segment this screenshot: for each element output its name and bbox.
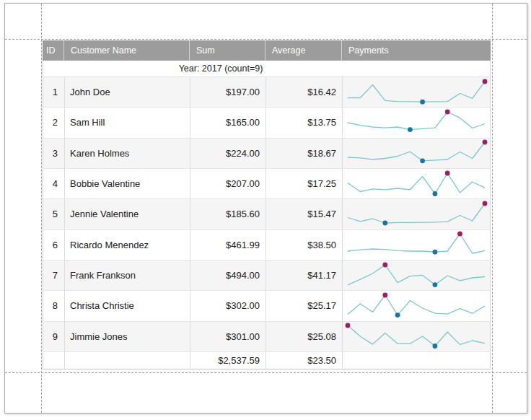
row-id: 3: [43, 139, 65, 168]
min-payment-dot: [382, 221, 387, 226]
row-id: 1: [43, 77, 65, 107]
row-payments-cell: [343, 322, 490, 351]
table-row: 6 Ricardo Menendez $461.99 $38.50: [43, 230, 491, 261]
table-row: 9 Jimmie Jones $301.00 $25.08: [43, 322, 491, 352]
payments-sparkline: [344, 139, 488, 167]
row-average: $13.75: [266, 108, 343, 137]
row-id: 9: [43, 322, 65, 351]
row-average: $41.17: [266, 261, 343, 290]
max-payment-dot: [483, 79, 488, 84]
row-payments-cell: [343, 199, 490, 229]
min-payment-dot: [420, 159, 425, 164]
min-payment-dot: [395, 312, 400, 318]
max-payment-dot: [445, 110, 450, 115]
max-payment-dot: [382, 293, 387, 298]
max-payment-dot: [483, 201, 488, 206]
max-payment-dot: [382, 262, 387, 267]
row-payments-cell: [343, 169, 490, 198]
table-row: 4 Bobbie Valentine $207.00 $17.25: [43, 169, 491, 199]
row-average: $25.08: [266, 322, 343, 351]
table-row: 1 John Doe $197.00 $16.42: [43, 77, 491, 108]
payments-sparkline: [344, 78, 488, 107]
min-payment-dot: [433, 191, 438, 196]
table-header-row: ID Customer Name Sum Average Payments: [43, 40, 491, 61]
sparkline-path: [348, 112, 485, 130]
row-name: Ricardo Menendez: [65, 230, 190, 260]
column-header-customer: Customer Name: [64, 40, 190, 61]
column-header-payments: Payments: [342, 40, 491, 61]
row-name: Jimmie Jones: [65, 322, 190, 351]
row-payments-cell: [343, 108, 490, 137]
column-header-id: ID: [43, 40, 64, 61]
row-sum: $461.99: [190, 230, 266, 260]
sparkline-path: [348, 82, 485, 102]
sparkline-path: [348, 204, 485, 223]
margin-line-right: [492, 4, 493, 413]
max-payment-dot: [483, 140, 488, 145]
row-name: Christa Christie: [65, 291, 190, 320]
table-row: 2 Sam Hill $165.00 $13.75: [43, 108, 491, 138]
sparkline-path: [348, 295, 485, 315]
row-sum: $224.00: [190, 139, 266, 168]
max-payment-dot: [445, 170, 450, 175]
sparkline-path: [348, 142, 485, 161]
row-average: $18.67: [266, 139, 343, 168]
payments-sparkline: [344, 261, 488, 290]
table-row: 5 Jennie Valentine $185.60 $15.47: [43, 199, 491, 229]
table-body: 1 John Doe $197.00 $16.42 2 Sam Hill $16…: [43, 77, 491, 352]
report-page: ID Customer Name Sum Average Payments Ye…: [4, 3, 527, 414]
row-average: $15.47: [266, 199, 343, 229]
table-row: 8 Christa Christie $302.00 $25.17: [43, 291, 491, 321]
max-payment-dot: [457, 232, 462, 237]
payments-sparkline: [344, 292, 488, 320]
row-id: 7: [43, 261, 65, 290]
total-sum-value: $2,537.59: [190, 352, 266, 369]
row-payments-cell: [343, 77, 490, 107]
min-payment-dot: [433, 250, 438, 255]
total-name-cell: [65, 352, 190, 369]
margin-line-top: [5, 39, 527, 40]
row-name: Bobbie Valentine: [65, 169, 190, 198]
row-id: 4: [43, 169, 65, 198]
total-row: $2,537.59 $23.50: [43, 352, 491, 369]
row-id: 2: [43, 108, 65, 137]
report-preview-canvas: ID Customer Name Sum Average Payments Ye…: [0, 0, 531, 420]
table-row: 7 Frank Frankson $494.00 $41.17: [43, 261, 491, 291]
row-sum: $494.00: [190, 261, 266, 290]
row-id: 5: [43, 199, 65, 229]
row-average: $25.17: [266, 291, 343, 320]
row-sum: $207.00: [190, 169, 266, 198]
row-average: $17.25: [266, 169, 343, 198]
sparkline-path: [348, 173, 485, 194]
payments-sparkline: [344, 170, 488, 198]
row-id: 6: [43, 230, 65, 260]
row-sum: $197.00: [190, 77, 266, 107]
total-id-cell: [43, 352, 65, 369]
payments-sparkline: [344, 322, 488, 351]
row-name: Frank Frankson: [65, 261, 190, 290]
row-sum: $165.00: [190, 108, 266, 137]
sparkline-path: [348, 234, 485, 253]
min-payment-dot: [433, 282, 438, 287]
sparkline-path: [348, 265, 485, 285]
margin-line-left: [41, 4, 42, 413]
row-payments-cell: [343, 139, 490, 168]
row-sum: $301.00: [190, 322, 266, 351]
total-average-value: $23.50: [266, 352, 343, 369]
table-row: 3 Karen Holmes $224.00 $18.67: [43, 139, 491, 169]
row-average: $38.50: [266, 230, 343, 260]
column-header-average: Average: [266, 40, 342, 61]
total-payments-cell: [343, 352, 490, 369]
payments-sparkline: [344, 108, 488, 137]
payments-sparkline: [344, 200, 488, 229]
row-payments-cell: [343, 261, 490, 290]
row-name: Karen Holmes: [65, 139, 190, 168]
row-sum: $302.00: [190, 291, 266, 320]
group-header-label: Year: 2017 (count=9): [43, 64, 398, 74]
row-payments-cell: [343, 230, 490, 260]
column-header-sum: Sum: [190, 40, 266, 61]
group-header-row: Year: 2017 (count=9): [43, 61, 491, 77]
min-payment-dot: [408, 127, 413, 132]
row-sum: $185.60: [190, 199, 266, 229]
margin-line-bottom: [5, 372, 527, 373]
